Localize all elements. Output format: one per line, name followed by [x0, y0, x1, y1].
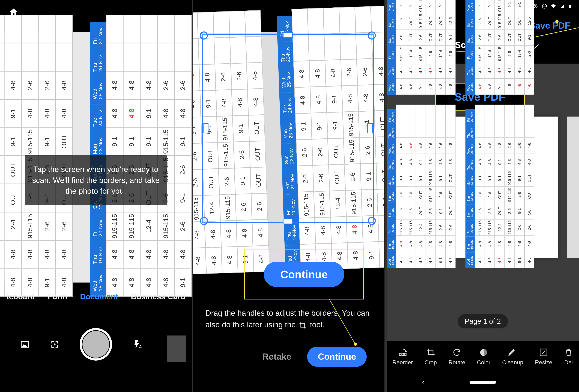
- tab-form[interactable]: Form: [45, 292, 70, 301]
- camera-viewport[interactable]: Wed18-NovThu19-NovFri20-NovSat21-NovSun2…: [0, 32, 192, 283]
- tool-resize[interactable]: Resize: [535, 348, 552, 366]
- svg-rect-8: [402, 353, 404, 355]
- android-nav-bar: ‹: [387, 373, 579, 392]
- flash-icon[interactable]: A: [132, 339, 142, 349]
- crop-photo-area[interactable]: Wed18-NovThu19-NovFri20-NovSat21-NovSun2…: [198, 32, 379, 265]
- tool-cleanup[interactable]: Cleanup: [502, 348, 523, 366]
- tool-reorder[interactable]: Reorder: [392, 348, 413, 366]
- save-pdf-link[interactable]: Save PDF: [529, 20, 570, 31]
- tool-rotate[interactable]: Rotate: [448, 348, 465, 366]
- last-scan-thumbnail[interactable]: [167, 335, 186, 362]
- retake-continue-row: Retake Continue: [193, 344, 384, 369]
- tool-color[interactable]: Color: [477, 348, 490, 366]
- tab-business-card[interactable]: Business Card: [128, 292, 188, 301]
- scan-tip-overlay: Tap the screen when you're ready to scan…: [25, 156, 167, 205]
- review-body: Save PDF Wed18-NovThu19-NovFri20-NovSat2…: [387, 64, 579, 341]
- nav-home-pill[interactable]: [470, 381, 496, 384]
- screen-capture: Wed18-NovThu19-NovFri20-NovSat21-NovSun2…: [0, 0, 192, 392]
- next-page-peek[interactable]: [567, 117, 579, 258]
- tool-delete[interactable]: Del: [564, 348, 573, 366]
- crop-rectangle[interactable]: [202, 34, 374, 223]
- svg-rect-6: [570, 4, 570, 5]
- svg-rect-7: [399, 353, 401, 355]
- nav-back-icon[interactable]: ‹: [422, 378, 425, 387]
- signal-icon: [560, 3, 565, 9]
- svg-rect-9: [405, 353, 406, 355]
- battery-icon: [568, 3, 572, 9]
- adjust-hint-text: Drag the handles to adjust the borders. …: [206, 307, 372, 330]
- pencil-icon[interactable]: [533, 42, 541, 49]
- screen-adjust-borders: Wed18-NovThu19-NovFri20-NovSat21-NovSun2…: [193, 0, 384, 392]
- svg-point-1: [54, 343, 55, 345]
- continue-button[interactable]: Continue: [307, 347, 367, 367]
- scan-preview-page[interactable]: Wed18-NovThu19-NovFri20-NovSat21-NovSun2…: [408, 117, 558, 258]
- shutter-button[interactable]: [80, 328, 112, 361]
- auto-capture-icon[interactable]: [50, 339, 60, 349]
- camera-controls: A: [0, 325, 192, 364]
- crop-icon: [299, 321, 307, 329]
- retake-button[interactable]: Retake: [262, 352, 291, 362]
- page-indicator: Page 1 of 2: [458, 314, 508, 328]
- edit-toolbar: Reorder Crop Rotate Color Cleanup Resize…: [387, 341, 579, 373]
- dnd-icon: [542, 3, 547, 9]
- svg-text:A: A: [139, 345, 142, 349]
- callout-leader-dot-2: [555, 20, 559, 23]
- tab-whiteboard[interactable]: teboard: [4, 292, 37, 301]
- tab-document[interactable]: Document: [77, 292, 120, 301]
- svg-rect-5: [569, 5, 571, 8]
- tool-crop[interactable]: Crop: [425, 348, 437, 366]
- screen-save-pdf: 12:48 ✕ Save PDF Adobe Scan Oct 22, 2020…: [387, 0, 579, 392]
- scan-type-tabs: teboard Form Document Business Card: [0, 286, 192, 307]
- gallery-icon[interactable]: [20, 339, 30, 349]
- wifi-icon: [550, 3, 556, 9]
